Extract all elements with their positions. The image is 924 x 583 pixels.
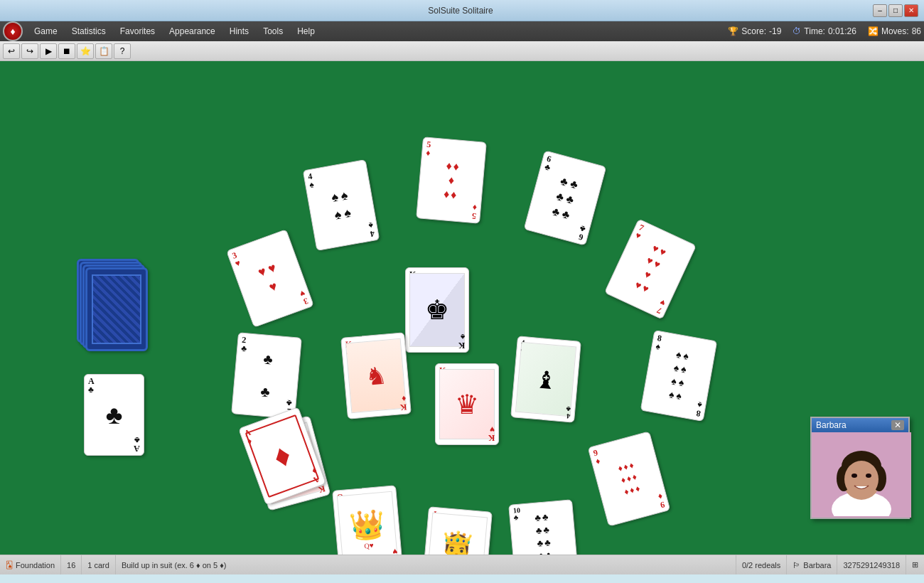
menu-game[interactable]: Game <box>27 23 65 39</box>
status-card-count: 1 card <box>82 555 116 574</box>
card-rank-bottom: 5♦ <box>471 203 477 220</box>
card-pips: ♠♠♠♠ <box>323 174 360 237</box>
build-rule-text: Build up in suit (ex. 6 ♦ on 5 ♦) <box>122 561 227 569</box>
svg-point-8 <box>852 474 857 478</box>
menu-tools[interactable]: Tools <box>256 23 290 39</box>
card-rank-bottom: 3♥ <box>299 289 309 306</box>
card-rank-top: 7♥ <box>634 223 646 241</box>
card-pips: ♣♣ <box>259 343 274 408</box>
game-stats: 🏆 Score: -19 ⏱ Time: 0:01:26 🔀 Moves: 86 <box>728 26 921 36</box>
menu-items: Game Statistics Favorites Appearance Hin… <box>27 23 728 39</box>
maximize-button[interactable]: □ <box>888 4 903 17</box>
face-card-design: ♚ <box>409 273 464 347</box>
moves-value: 86 <box>912 26 921 36</box>
card-king-queen-left[interactable]: K♦ ♞ K♦ <box>340 332 412 419</box>
card-rank-top: 8♠ <box>655 333 662 351</box>
minimize-button[interactable]: – <box>873 4 887 17</box>
face-card-design: 🤴 J♥ <box>426 513 488 555</box>
player-icon: 🏳 <box>793 561 800 569</box>
deck-pile[interactable] <box>85 267 148 351</box>
status-seed: 3275291249318 <box>837 555 906 574</box>
toolbar-stats[interactable]: 📋 <box>95 43 112 59</box>
card-7-hearts[interactable]: 7♥ ♥♥♥♥♥♥♥ 7♥ <box>604 218 697 319</box>
card-rank-top: 6♣ <box>544 154 554 172</box>
toolbar: ↩ ↪ ▶ ⏹ ⭐ 📋 ? <box>0 41 924 61</box>
status-pile-count: 16 <box>61 555 82 574</box>
toolbar-undo[interactable]: ↩ <box>3 43 20 59</box>
card-pips: ♦♦♦♦♦♦♦♦♦ <box>611 452 646 506</box>
player-name-status: Barbara <box>803 561 831 569</box>
app-logo: ♦ <box>3 21 23 41</box>
card-4-spades[interactable]: 4♠ ♠♠♠♠ 4♠ <box>303 159 380 251</box>
toolbar-help[interactable]: ? <box>114 43 131 59</box>
status-build-rule: Build up in suit (ex. 6 ♦ on 5 ♦) <box>116 555 736 574</box>
card-3-hearts[interactable]: 3♥ ♥♥♥ 3♥ <box>226 229 314 328</box>
score-value: -19 <box>769 26 781 36</box>
close-photo-button[interactable]: ✕ <box>891 420 904 430</box>
face-icon: ♚ <box>425 294 449 326</box>
card-pips: ♦♦♦♦♦ <box>436 147 466 213</box>
menu-favorites[interactable]: Favorites <box>113 23 162 39</box>
card-rank-top: 3♥ <box>231 250 242 268</box>
toolbar-favorites[interactable]: ⭐ <box>77 43 94 59</box>
card-ace-clubs[interactable]: A♣ ♣ A♣ <box>84 374 144 456</box>
card-9-diamonds[interactable]: 9♦ ♦♦♦♦♦♦♦♦♦ 9♦ <box>588 431 671 526</box>
card-queen-hearts[interactable]: Q♥ 👑 Q♥ Q♥ <box>332 485 403 555</box>
status-foundation-label: Foundation <box>16 561 55 569</box>
score-display: 🏆 Score: -19 <box>728 26 781 36</box>
menu-appearance[interactable]: Appearance <box>162 23 222 39</box>
game-area[interactable]: A♣ ♣ A♣ 3♥ ♥♥♥ 3♥ 4♠ ♠♠♠♠ 4♠ 5♦ ♦♦♦♦♦ 5♦… <box>0 61 924 555</box>
card-rank-bottom: K♦ <box>399 394 407 412</box>
player-photo-panel: Barbara ✕ <box>810 417 910 519</box>
status-resize[interactable]: ⊞ <box>906 555 924 574</box>
time-display: ⏱ Time: 0:01:26 <box>793 26 856 36</box>
card-pips: ♥♥♥ <box>245 244 296 312</box>
face-icon: 👑 <box>348 506 387 542</box>
card-pips: ♣♣♣♣♣♣♣♣♣♣ <box>530 503 558 555</box>
card-6-clubs[interactable]: 6♣ ♣♣♣♣♣♣ 6♣ <box>524 150 607 245</box>
menu-hints[interactable]: Hints <box>222 23 256 39</box>
status-player: 🏳 Barbara <box>787 555 837 574</box>
card-rank-top: 5♦ <box>426 140 431 157</box>
time-label: Time: <box>804 26 825 36</box>
card-rank-top: A♣ <box>88 377 95 394</box>
card-10-clubs[interactable]: 10♣ ♣♣♣♣♣♣♣♣♣♣ 10♣ <box>508 499 579 555</box>
time-value: 0:01:26 <box>828 26 856 36</box>
close-button[interactable]: ✕ <box>904 4 918 17</box>
card-rank-bottom: 8♠ <box>695 400 702 418</box>
card-pips: ♣♣♣♣♣♣ <box>543 165 587 232</box>
card-count-value: 1 card <box>87 561 109 569</box>
card-king-spades-center[interactable]: K♠ ♚ K♠ <box>405 267 469 353</box>
card-rank-bottom: 6♣ <box>576 224 586 242</box>
title-bar: SolSuite Solitaire – □ ✕ <box>0 0 924 21</box>
card-2-clubs[interactable]: 2♣ ♣♣ 2♣ <box>231 332 302 419</box>
toolbar-redo[interactable]: ↪ <box>21 43 38 59</box>
moves-label: Moves: <box>881 26 909 36</box>
redeals-value: 0/2 redeals <box>742 561 780 569</box>
card-pips: ♥♥♥♥♥♥♥ <box>626 235 675 304</box>
card-rank-top: 10♣ <box>512 507 521 522</box>
card-rank-top: 2♣ <box>241 336 248 353</box>
status-card-icon: 🂡 <box>6 561 13 569</box>
card-pips: ♠♠♠♠♠♠♠♠ <box>662 341 695 410</box>
toolbar-new[interactable]: ▶ <box>40 43 57 59</box>
menu-statistics[interactable]: Statistics <box>65 23 113 39</box>
window-title: SolSuite Solitaire <box>48 6 873 16</box>
card-4-right[interactable]: 4♣ ♝ 4♣ <box>510 336 581 422</box>
face-icon: ♝ <box>534 364 557 394</box>
svg-point-7 <box>844 461 879 498</box>
card-suit-center: ♣ <box>106 400 123 430</box>
window-controls[interactable]: – □ ✕ <box>873 4 918 17</box>
face-icon: ♛ <box>455 389 479 420</box>
status-foundation: 🂡 Foundation <box>0 555 61 574</box>
card-king-hearts[interactable]: K♥ ♛ K♥ <box>435 363 499 445</box>
card-jack-hearts[interactable]: J♥ 🤴 J♥ J♥ <box>421 506 493 555</box>
toolbar-stop[interactable]: ⏹ <box>58 43 75 59</box>
face-card-design: 👑 Q♥ <box>337 491 398 555</box>
face-card-design: ♞ <box>345 338 407 414</box>
svg-point-9 <box>866 474 871 478</box>
card-5-diamonds[interactable]: 5♦ ♦♦♦♦♦ 5♦ <box>416 137 487 223</box>
card-8-spades[interactable]: 8♠ ♠♠♠♠♠♠♠♠ 8♠ <box>640 330 718 422</box>
menu-help[interactable]: Help <box>290 23 322 39</box>
card-rank-top: 4♠ <box>307 171 314 189</box>
